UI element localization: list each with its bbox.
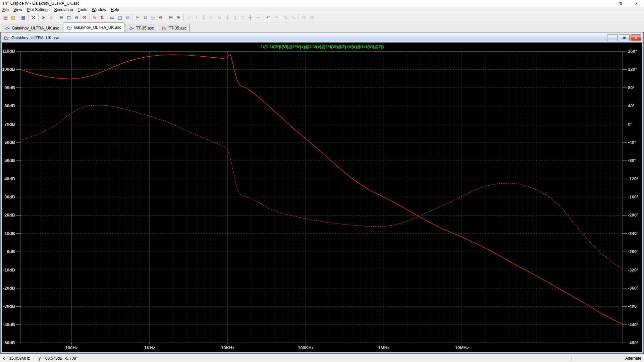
toolbar-separator: [18, 14, 18, 21]
toolbar-separator: [38, 14, 39, 21]
tab-galakhov-schematic[interactable]: Galakhov_ULTRA_UK.asc: [1, 24, 62, 32]
label-net-icon[interactable]: Ⓐ: [200, 14, 208, 21]
print-icon[interactable]: ⊟: [167, 14, 175, 21]
resistor-icon[interactable]: ʍ: [216, 14, 223, 21]
child-close-button[interactable]: ×: [631, 34, 641, 41]
toolbar-separator: [28, 14, 29, 21]
toolbar-separator: [166, 14, 166, 21]
child-restore-button[interactable]: ▣: [619, 34, 630, 41]
window-title: LTspice IV - Galakhov_ULTRA_UK.asc: [10, 1, 79, 6]
menu-help[interactable]: Help: [108, 7, 121, 12]
toolbar-separator: [132, 14, 133, 21]
trace-title[interactable]: -1/(1-1/(2*(I(Vi)@1*V(x)@2-V(x)@1*I(Vi)@…: [21, 44, 622, 49]
mirror-icon[interactable]: ⇋: [290, 14, 298, 21]
zoom-in-icon[interactable]: ⊕: [57, 14, 65, 21]
redo-icon[interactable]: ↷: [272, 14, 280, 21]
tile-horizontal-icon[interactable]: ▭: [108, 14, 116, 21]
toolbar: ▤▨▦⚒➤⋕⊕◻⊖⊠∿⇅▭◫⧉✂⧉▤⊚⊟⊞∕⊥Ⓐ▷ʍ╫ʒ▽╋↔↶↷↻⇋Aa.op: [0, 12, 644, 22]
menu-file[interactable]: File: [0, 7, 11, 12]
menu-tools[interactable]: Tools: [75, 7, 90, 12]
ltspice-logo-icon: LT: [2, 1, 8, 6]
zoom-full-extents-icon[interactable]: ⊠: [80, 14, 88, 21]
status-cursor-y: y = 68.573dB, -5.708°: [39, 356, 78, 361]
waveform-icon: [66, 25, 72, 30]
maximize-button[interactable]: ⧉: [613, 0, 629, 7]
move-icon[interactable]: ╋: [247, 14, 254, 21]
zoom-box-icon[interactable]: ◻: [65, 14, 73, 21]
minimize-button[interactable]: —: [598, 0, 613, 7]
copy-icon[interactable]: ⧉: [142, 14, 149, 21]
tab-tt35-waveform[interactable]: TT-35.asc: [158, 24, 190, 32]
waveform-icon: [161, 26, 167, 31]
toolbar-separator: [263, 14, 263, 21]
toolbar-separator: [299, 14, 299, 21]
run-simulation-icon[interactable]: ➤: [40, 14, 47, 21]
component-icon[interactable]: ▷: [208, 14, 216, 21]
menu-window[interactable]: Window: [90, 7, 109, 12]
status-mode: Alternate: [572, 356, 644, 361]
new-schematic-icon[interactable]: ▤: [2, 14, 9, 21]
draw-wire-icon[interactable]: ∕: [185, 14, 193, 21]
schematic-icon: [4, 26, 10, 31]
drag-icon[interactable]: ↔: [254, 14, 262, 21]
print-preview-icon[interactable]: ⊞: [175, 14, 182, 21]
status-cursor-x: x = 15.059MHz: [3, 356, 30, 361]
halt-simulation-icon[interactable]: ⋕: [47, 14, 55, 21]
toolbar-separator: [89, 14, 90, 21]
text-icon[interactable]: Aa: [300, 14, 308, 21]
menu-plot-settings[interactable]: Plot Settings: [24, 7, 52, 12]
pan-icon[interactable]: ⇅: [98, 14, 106, 21]
close-button[interactable]: ×: [629, 0, 644, 7]
ground-icon[interactable]: ⊥: [193, 14, 200, 21]
child-minimize-button[interactable]: —: [607, 34, 618, 41]
open-file-icon[interactable]: ▨: [9, 14, 17, 21]
tab-label: TT-35.asc: [169, 26, 186, 31]
toolbar-separator: [281, 14, 281, 21]
titlebar: LT LTspice IV - Galakhov_ULTRA_UK.asc — …: [0, 0, 644, 7]
undo-icon[interactable]: ↶: [264, 14, 272, 21]
tab-label: Galakhov_ULTRA_UK.asc: [12, 26, 59, 31]
control-panel-icon[interactable]: ⚒: [30, 14, 37, 21]
waveform-pane[interactable]: [2, 43, 642, 352]
waveform-window-titlebar[interactable]: Galakhov_ULTRA_UK.asc — ▣ ×: [1, 33, 643, 43]
diode-icon[interactable]: ▽: [239, 14, 247, 21]
toolbar-separator: [56, 14, 56, 21]
menu-view[interactable]: View: [11, 7, 24, 12]
spice-directive-icon[interactable]: .op: [308, 14, 315, 21]
waveform-window: Galakhov_ULTRA_UK.asc — ▣ ×: [1, 33, 643, 353]
window-controls: — ⧉ ×: [598, 0, 644, 7]
paste-icon[interactable]: ▤: [149, 14, 157, 21]
menubar: File View Plot Settings Simulation Tools…: [0, 7, 644, 12]
tile-vertical-icon[interactable]: ◫: [116, 14, 124, 21]
tab-tt35-schematic[interactable]: TT-35.asc: [125, 24, 157, 32]
tab-label: Galakhov_ULTRA_UK.asc: [74, 25, 121, 30]
cascade-windows-icon[interactable]: ⧉: [124, 14, 131, 21]
schematic-icon: [128, 26, 134, 31]
inductor-icon[interactable]: ʒ: [231, 14, 239, 21]
zoom-out-icon[interactable]: ⊖: [73, 14, 80, 21]
tab-galakhov-waveform[interactable]: Galakhov_ULTRA_UK.asc: [63, 22, 124, 32]
save-icon[interactable]: ▦: [19, 14, 27, 21]
tab-label: TT-35.asc: [136, 26, 154, 31]
toolbar-separator: [107, 14, 107, 21]
waveform-icon: [3, 36, 9, 40]
waveform-window-controls: — ▣ ×: [607, 34, 641, 41]
rotate-icon[interactable]: ↻: [282, 14, 290, 21]
toolbar-separator: [183, 14, 184, 21]
menu-simulation[interactable]: Simulation: [52, 7, 75, 12]
capacitor-icon[interactable]: ╫: [223, 14, 231, 21]
tabbar: Galakhov_ULTRA_UK.asc Galakhov_ULTRA_UK.…: [0, 22, 644, 33]
waveform-window-title: Galakhov_ULTRA_UK.asc: [11, 36, 59, 40]
cut-icon[interactable]: ✂: [134, 14, 142, 21]
find-icon[interactable]: ⊚: [157, 14, 165, 21]
autorange-y-axis-icon[interactable]: ∿: [91, 14, 98, 21]
status-bar: x = 15.059MHz y = 68.573dB, -5.708° Alte…: [0, 354, 644, 362]
